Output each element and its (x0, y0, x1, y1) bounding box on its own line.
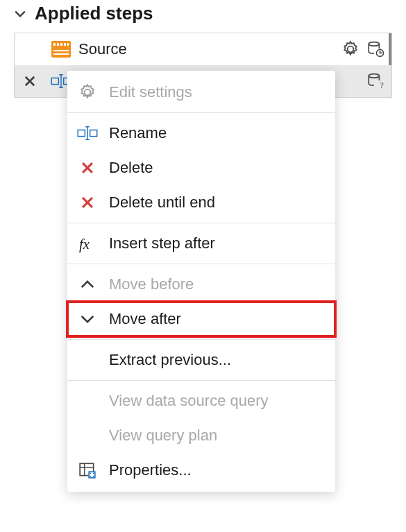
fx-icon: fx (77, 233, 98, 254)
menu-divider (67, 380, 335, 381)
blank-icon (77, 425, 98, 446)
delete-step-icon[interactable] (20, 71, 40, 91)
menu-move-before: Move before (67, 267, 335, 302)
menu-label: Delete (109, 159, 153, 177)
svg-point-11 (90, 472, 91, 474)
steps-list: Source (14, 33, 392, 98)
svg-rect-10 (89, 472, 95, 478)
svg-rect-6 (78, 130, 85, 136)
step-label: Source (78, 40, 340, 58)
menu-divider (67, 339, 335, 340)
menu-move-after[interactable]: Move after (67, 302, 335, 336)
menu-view-query-plan: View query plan (67, 418, 335, 453)
menu-label: Properties... (109, 461, 192, 479)
chevron-down-icon (77, 309, 98, 329)
menu-label: Edit settings (109, 83, 192, 101)
chevron-up-icon (77, 274, 98, 295)
chevron-down-icon (14, 8, 26, 20)
menu-properties[interactable]: Properties... (67, 453, 335, 488)
rename-icon (77, 123, 98, 144)
menu-label: View data source query (109, 392, 269, 410)
menu-label: Insert step after (109, 234, 215, 252)
menu-divider (67, 264, 335, 264)
delete-icon (77, 192, 98, 213)
menu-delete[interactable]: Delete (67, 151, 335, 185)
menu-label: Rename (109, 124, 167, 142)
delete-icon (77, 157, 98, 178)
blank-icon (77, 350, 98, 370)
gear-icon (77, 82, 98, 103)
database-help-icon[interactable]: ? (365, 71, 386, 92)
menu-edit-settings: Edit settings (67, 75, 335, 110)
menu-label: Extract previous... (109, 351, 231, 369)
menu-insert-step-after[interactable]: fx Insert step after (67, 226, 335, 261)
applied-steps-header[interactable]: Applied steps (0, 0, 406, 33)
menu-label: View query plan (109, 427, 217, 445)
properties-icon (77, 460, 98, 481)
svg-point-4 (369, 74, 379, 78)
svg-point-12 (93, 472, 94, 474)
database-icon[interactable] (365, 39, 386, 60)
menu-view-data-source-query: View data source query (67, 384, 335, 418)
svg-point-0 (369, 42, 379, 46)
panel-title: Applied steps (35, 3, 153, 24)
menu-rename[interactable]: Rename (67, 116, 335, 151)
menu-label: Move before (109, 275, 194, 293)
blank-icon (77, 391, 98, 411)
source-step-icon (51, 40, 71, 58)
svg-point-14 (93, 476, 94, 477)
gear-icon[interactable] (340, 39, 361, 60)
context-menu: Edit settings Rename Delete (67, 71, 335, 492)
menu-extract-previous[interactable]: Extract previous... (67, 343, 335, 377)
menu-delete-until-end[interactable]: Delete until end (67, 185, 335, 220)
step-row-source[interactable]: Source (15, 33, 391, 65)
svg-text:?: ? (380, 80, 384, 90)
svg-rect-7 (90, 130, 97, 136)
menu-label: Delete until end (109, 194, 215, 212)
svg-rect-2 (51, 78, 58, 84)
svg-text:fx: fx (79, 237, 90, 252)
menu-divider (67, 223, 335, 223)
menu-label: Move after (109, 310, 181, 328)
menu-divider (67, 112, 335, 113)
svg-point-13 (90, 476, 91, 477)
